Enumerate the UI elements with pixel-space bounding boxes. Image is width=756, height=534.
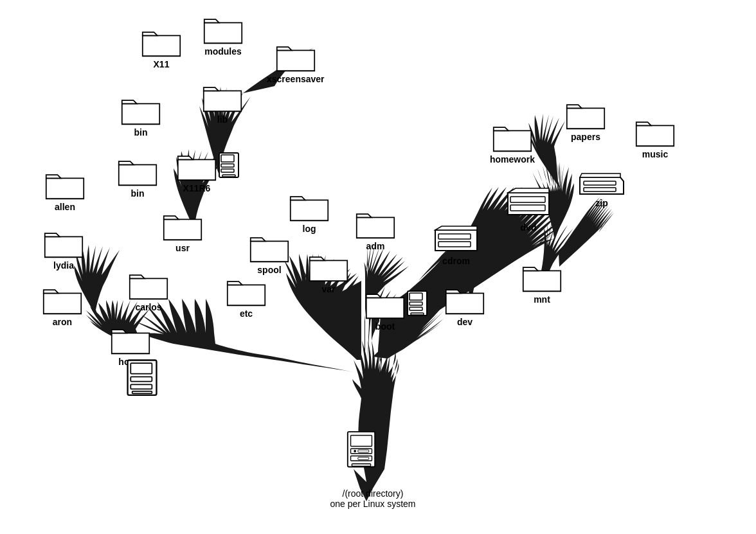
xscreensaver-folder-icon — [276, 42, 316, 73]
homework-label: homework — [490, 154, 535, 165]
lydia-label: lydia — [53, 260, 74, 271]
var-node: var — [309, 252, 348, 294]
carlos-folder-icon — [129, 270, 168, 301]
home-drive-node — [125, 359, 159, 400]
boot-node: boot — [365, 289, 428, 332]
music-node: music — [635, 117, 675, 159]
svg-rect-5 — [358, 450, 369, 452]
svg-rect-6 — [358, 457, 369, 459]
tree-svg: .branch { fill: #1a1a1a; } .trunk { fill… — [0, 0, 756, 534]
homework-folder-icon — [492, 122, 532, 153]
svg-rect-11 — [130, 384, 152, 389]
svg-rect-22 — [411, 313, 424, 315]
svg-rect-28 — [584, 188, 616, 191]
aron-folder-icon — [42, 285, 82, 316]
svg-rect-21 — [410, 307, 422, 310]
lib-folder-icon — [203, 82, 242, 113]
cdrom-node: cdrom — [432, 224, 480, 266]
bin-home-node: bin — [118, 156, 158, 199]
bin-usr-node: bin — [121, 95, 161, 138]
aron-label: aron — [53, 317, 72, 327]
svg-rect-14 — [221, 155, 234, 162]
modules-node: modules — [203, 14, 243, 57]
bin-home-folder-icon — [118, 156, 158, 187]
svg-rect-20 — [410, 302, 422, 305]
svg-rect-1 — [351, 436, 372, 447]
svg-rect-23 — [438, 234, 471, 239]
var-folder-icon — [309, 252, 348, 283]
root-text: /(root directory) one per Linux system — [321, 488, 424, 509]
svg-point-4 — [354, 450, 356, 452]
root-computer-icon — [345, 431, 378, 472]
lydia-node: lydia — [44, 228, 84, 271]
papers-label: papers — [571, 132, 600, 142]
dvd-node: dvd — [505, 185, 552, 233]
adm-label: adm — [366, 241, 385, 251]
xscreensaver-node: xscreensaver — [267, 42, 325, 84]
aron-node: aron — [42, 285, 82, 327]
usr-folder-icon — [163, 211, 203, 242]
x11-node: X11 — [141, 27, 181, 69]
log-label: log — [303, 224, 316, 234]
mnt-folder-icon — [522, 262, 562, 293]
dvd-label: dvd — [521, 222, 537, 233]
dev-node: dev — [445, 285, 485, 327]
svg-rect-17 — [222, 175, 235, 177]
modules-folder-icon — [203, 14, 243, 45]
homework-node: homework — [490, 122, 535, 165]
root-node — [345, 431, 378, 477]
svg-rect-19 — [410, 293, 422, 300]
spool-folder-icon — [249, 233, 289, 263]
svg-rect-24 — [438, 242, 471, 247]
svg-rect-9 — [130, 363, 152, 374]
log-folder-icon — [289, 191, 329, 222]
usr-node: usr — [163, 211, 203, 253]
lib-node: lib — [203, 82, 242, 125]
cdrom-icon — [432, 224, 480, 254]
x11r6-computer-icon — [218, 152, 240, 181]
svg-rect-10 — [130, 377, 152, 381]
carlos-label: carlos — [135, 302, 161, 312]
svg-rect-12 — [132, 391, 152, 394]
home-drive-icon — [125, 359, 159, 400]
allen-folder-icon — [45, 170, 85, 200]
boot-folder-icon — [365, 289, 405, 320]
xscreensaver-label: xscreensaver — [267, 74, 325, 84]
papers-folder-icon — [566, 100, 606, 130]
lib-label: lib — [217, 114, 228, 125]
x11r6-folder-icon — [177, 151, 217, 182]
dev-label: dev — [457, 317, 473, 327]
x11-folder-icon — [141, 27, 181, 58]
lydia-folder-icon — [44, 228, 84, 259]
etc-label: etc — [240, 308, 253, 319]
x11r6-label: X11R6 — [183, 183, 211, 193]
home-folder-icon — [111, 325, 150, 355]
bin-usr-folder-icon — [121, 95, 161, 126]
carlos-node: carlos — [129, 270, 168, 312]
mnt-node: mnt — [522, 262, 562, 305]
svg-rect-25 — [510, 197, 545, 202]
music-label: music — [642, 149, 668, 159]
adm-node: adm — [356, 209, 395, 251]
filesystem-tree-diagram: .branch { fill: #1a1a1a; } .trunk { fill… — [0, 0, 756, 534]
allen-label: allen — [55, 202, 75, 212]
svg-rect-7 — [352, 464, 370, 467]
spool-label: spool — [257, 265, 281, 275]
bin-usr-label: bin — [134, 127, 148, 138]
log-node: log — [289, 191, 329, 234]
adm-folder-icon — [356, 209, 395, 240]
svg-rect-27 — [584, 181, 616, 185]
var-label: var — [321, 284, 335, 294]
etc-folder-icon — [226, 276, 266, 307]
boot-label: boot — [375, 321, 395, 332]
spool-node: spool — [249, 233, 289, 275]
usr-label: usr — [176, 243, 190, 253]
etc-node: etc — [226, 276, 266, 319]
papers-node: papers — [566, 100, 606, 142]
dvd-icon — [505, 185, 552, 221]
bin-home-label: bin — [131, 188, 145, 199]
zip-icon — [579, 172, 625, 197]
zip-node: zip — [579, 172, 625, 208]
modules-label: modules — [204, 46, 242, 57]
svg-rect-16 — [221, 169, 234, 172]
